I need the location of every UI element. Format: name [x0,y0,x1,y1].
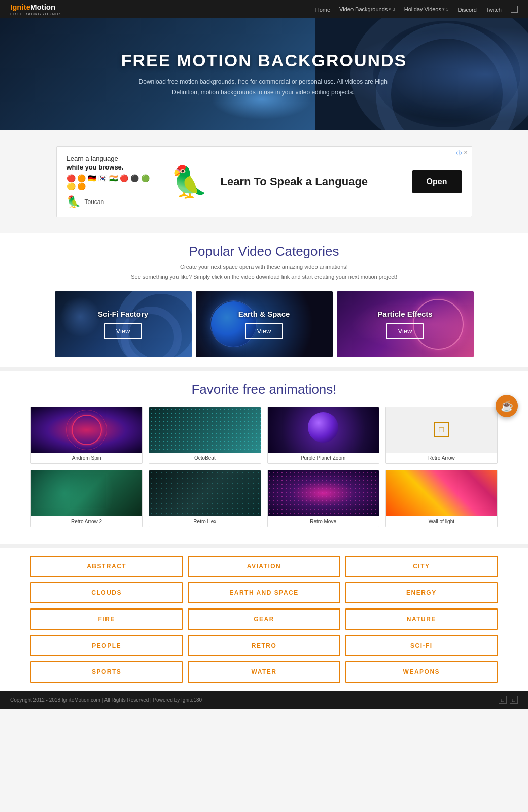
scifi-card-title: Sci-Fi Factory [98,310,148,318]
cat-btn-energy[interactable]: ENERGY [345,582,498,603]
retromove-dots-pattern [268,470,379,516]
octo-dots-pattern [149,407,260,453]
hero-content: FREE MOTION BACKGROUNDS Download free mo… [101,51,428,97]
hero-subtitle: Download free motion backgrounds, free f… [121,77,405,97]
fav-label-octobeat: OctoBeat [149,453,260,463]
favorites-grid: Androm Spin OctoBeat Purple Planet Zoom … [30,407,498,527]
fav-label-retromove: Retro Move [268,516,379,527]
cat-btn-water[interactable]: WATER [188,661,340,683]
category-buttons-section: ABSTRACT AVIATION CITY CLOUDS EARTH AND … [0,548,528,691]
nav-video-bg[interactable]: Video Backgrounds [339,6,388,12]
fav-label-walloflight: Wall of light [386,516,497,527]
cat-btn-abstract[interactable]: ABSTRACT [30,556,183,577]
particle-card-overlay: Particle Effects View [337,291,474,357]
nav-holiday[interactable]: Holiday Videos [404,6,441,12]
fav-item-retromove[interactable]: Retro Move [267,470,379,527]
cat-btn-clouds[interactable]: CLOUDS [30,582,183,603]
purple-planet-decoration [308,412,338,443]
nav-discord[interactable]: Discord [458,7,477,13]
favorites-section: Favorite free animations! Androm Spin Oc… [0,371,528,544]
fav-thumb-purple [268,407,379,453]
nav-video-bg-arrow: ▾ 3 [389,7,395,12]
footer-icons: □ □ [499,696,518,704]
retro2-glow [31,470,142,516]
fav-item-androm[interactable]: Androm Spin [30,407,143,464]
category-card-particle[interactable]: Particle Effects View [337,291,474,357]
scifi-view-button[interactable]: View [104,323,143,339]
popular-categories-title: Popular Video Categories [30,244,498,259]
popular-categories-desc: Create your next space opera with these … [30,262,498,281]
fav-label-hex: Retro Hex [149,516,260,527]
fav-item-octobeat[interactable]: OctoBeat [149,407,261,464]
ad-close-x[interactable]: ✕ [464,150,468,157]
cat-btn-people[interactable]: PEOPLE [30,635,183,656]
footer-copyright: Copyright 2012 - 2018 IgniteMotion.com |… [10,697,202,703]
cat-btn-aviation[interactable]: AVIATION [188,556,340,577]
ad-text-left: Learn a language while you browse. 🔴 🟠 🇩… [67,155,159,209]
fav-thumb-retro: □ [386,407,497,453]
fav-label-androm: Androm Spin [31,453,142,463]
nav-home[interactable]: Home [315,7,330,13]
hex-dots-pattern [149,470,260,516]
cat-btn-sports[interactable]: SPORTS [30,661,183,683]
cat-btn-earth-space[interactable]: EARTH AND SPACE [188,582,340,603]
toucan-label: Toucan [85,198,104,206]
page-footer: Copyright 2012 - 2018 IgniteMotion.com |… [0,691,528,709]
wall-rays-decoration [386,470,497,516]
ad-learn-bold: while you browse. [67,163,159,171]
fav-item-retro[interactable]: □ Retro Arrow [385,407,498,464]
particle-card-title: Particle Effects [377,310,432,318]
nav-twitch[interactable]: Twitch [486,7,502,13]
toucan-icon-small: 🦜 [67,195,81,209]
earth-view-button[interactable]: View [245,323,284,339]
cat-btn-retro[interactable]: RETRO [188,635,340,656]
footer-icon-2[interactable]: □ [510,696,518,704]
fav-thumb-retro2 [31,470,142,516]
favorites-title: Favorite free animations! [30,382,498,397]
cat-btn-fire[interactable]: FIRE [30,608,183,630]
category-buttons-grid: ABSTRACT AVIATION CITY CLOUDS EARTH AND … [30,556,498,683]
ad-learn-text: Learn a language [67,155,159,162]
particle-view-button[interactable]: View [386,323,425,339]
fav-label-purple: Purple Planet Zoom [268,453,379,463]
category-cards-container: Sci-Fi Factory View Earth & Space View P… [30,291,498,357]
ad-mascot: 🦜 [167,164,213,200]
hero-title: FREE MOTION BACKGROUNDS [121,51,407,71]
androm-inner-circle [72,415,102,445]
nav-holiday-arrow: ▾ 3 [442,7,449,12]
fav-thumb-retromove [268,470,379,516]
retro-arrow-icon: □ [434,422,449,437]
ad-flags: 🔴 🟠 🇩🇪 🇰🇷 🇮🇳 🔴 ⚫ 🟢 🟡 🟠 [67,174,159,190]
hero-banner: FREE MOTION BACKGROUNDS Download free mo… [0,18,528,130]
fav-item-retro2[interactable]: Retro Arrow 2 [30,470,143,527]
fav-item-purple[interactable]: Purple Planet Zoom [267,407,379,464]
cat-btn-scifi[interactable]: SCI-FI [345,635,498,656]
ad-open-button[interactable]: Open [412,170,462,193]
cat-btn-weapons[interactable]: WEAPONS [345,661,498,683]
cat-btn-nature[interactable]: NATURE [345,608,498,630]
category-card-scifi[interactable]: Sci-Fi Factory View [55,291,192,357]
ad-footer: 🦜 Toucan [67,195,159,209]
scifi-card-overlay: Sci-Fi Factory View [55,291,192,357]
fav-item-walloflight[interactable]: Wall of light [385,470,498,527]
fav-thumb-octobeat [149,407,260,453]
footer-icon-1[interactable]: □ [499,696,507,704]
earth-card-title: Earth & Space [238,310,290,318]
floating-coffee-button[interactable]: ☕ [496,395,518,417]
category-card-earth[interactable]: Earth & Space View [196,291,333,357]
cat-btn-city[interactable]: CITY [345,556,498,577]
ad-main-title: Learn To Speak a Language [221,175,404,189]
nav-toggle-icon[interactable] [511,6,518,13]
popular-categories-section: Popular Video Categories Create your nex… [0,233,528,367]
logo[interactable]: IgniteMotion FREE BACKGROUNDS [10,3,62,16]
fav-label-retro: Retro Arrow [386,453,497,463]
logo-text: IgniteMotion [10,3,55,11]
toucan-large-icon: 🦜 [170,164,208,200]
ad-close[interactable]: ⓘ ✕ [456,150,468,157]
ad-info-icon: ⓘ [456,150,462,157]
fav-item-hex[interactable]: Retro Hex [149,470,261,527]
ad-banner: ⓘ ✕ Learn a language while you browse. 🔴… [56,146,472,217]
cat-btn-gear[interactable]: GEAR [188,608,340,630]
earth-card-overlay: Earth & Space View [196,291,333,357]
separator-2 [0,544,528,548]
